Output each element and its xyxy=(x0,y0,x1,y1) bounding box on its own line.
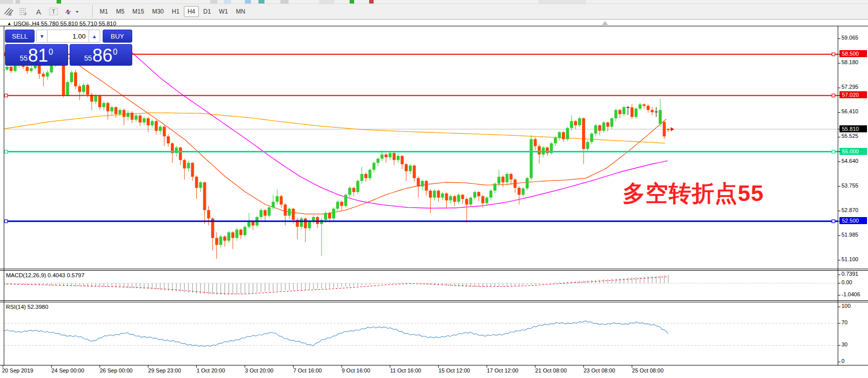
candle-body xyxy=(243,227,246,235)
candle-body xyxy=(667,129,670,130)
candle-body xyxy=(663,122,666,136)
sell-price-pips: 81 xyxy=(28,47,48,64)
ma-slow-line xyxy=(0,113,665,143)
candle-body xyxy=(66,82,69,96)
ohlc-text: USOil-,H4 55.780 55.810 55.710 55.810 xyxy=(14,21,116,27)
time-axis-label[interactable]: 26 Sep 00:00 xyxy=(100,367,132,373)
candle-body xyxy=(147,118,150,125)
time-axis-label[interactable]: 11 Oct 16:00 xyxy=(390,367,421,373)
candle-body xyxy=(46,72,49,76)
candle-body xyxy=(82,85,85,92)
volume-decrease-button[interactable]: ▼ xyxy=(36,30,48,43)
tick-up-icon: ▲ xyxy=(7,21,12,26)
candle-body xyxy=(485,198,488,203)
candle-body xyxy=(279,196,282,205)
candle-body xyxy=(389,153,392,157)
candle-body xyxy=(429,191,432,198)
candle-body xyxy=(521,188,524,195)
sell-price-box[interactable]: 55 81 0 xyxy=(5,44,68,66)
line-handle xyxy=(5,150,8,153)
time-axis-label[interactable]: 20 Sep 2019 xyxy=(2,367,33,373)
time-axis-label[interactable]: 9 Oct 16:00 xyxy=(342,367,370,373)
candle-body xyxy=(417,178,420,186)
candle-body xyxy=(328,213,331,219)
candle-body xyxy=(401,156,404,164)
buy-button[interactable]: BUY xyxy=(103,30,132,43)
line-handle xyxy=(832,220,835,223)
candle-body xyxy=(517,188,520,195)
candle-body xyxy=(118,110,121,114)
time-axis-label[interactable]: 15 Oct 12:00 xyxy=(438,367,470,373)
time-axis-label[interactable]: 17 Oct 12:00 xyxy=(487,367,518,373)
candle-body xyxy=(74,72,77,86)
candle-body xyxy=(607,122,610,126)
candle-body xyxy=(421,181,424,186)
time-axis[interactable]: 20 Sep 201924 Sep 00:0026 Sep 00:0029 Se… xyxy=(0,366,868,376)
buy-price-box[interactable]: 55 86 0 xyxy=(70,44,133,66)
chart-text-annotation[interactable]: 多空转折点55 xyxy=(623,178,764,209)
candle-body xyxy=(183,160,186,168)
trade-controls-row: SELL ▼ ▲ BUY xyxy=(5,30,132,43)
line-handle xyxy=(832,94,835,97)
one-click-trading-panel: SELL ▼ ▲ BUY 55 81 0 55 86 0 xyxy=(5,30,132,66)
candle-body xyxy=(275,196,278,202)
candle-body xyxy=(635,109,638,117)
candle-body xyxy=(352,188,355,192)
candle-body xyxy=(187,163,190,168)
candle-body xyxy=(356,181,359,192)
macd-signal-line xyxy=(3,277,667,294)
candle-body xyxy=(155,121,158,131)
candle-body xyxy=(598,125,601,131)
candle-body xyxy=(425,181,428,191)
candle-body xyxy=(70,72,73,82)
candle-body xyxy=(195,177,198,188)
time-axis-label[interactable]: 7 Oct 16:00 xyxy=(294,367,322,373)
volume-input[interactable] xyxy=(48,30,89,43)
candle-body xyxy=(203,182,206,210)
macd-indicator-label: MACD(12,26,9) 0.4043 0.5797 xyxy=(6,272,85,278)
candle-body xyxy=(102,103,105,107)
candle-body xyxy=(131,113,134,120)
candle-body xyxy=(586,142,589,149)
candle-body xyxy=(594,125,597,134)
time-axis-label[interactable]: 21 Oct 08:00 xyxy=(535,367,567,373)
candle-body xyxy=(570,121,573,128)
candle-body xyxy=(167,136,170,143)
candle-body xyxy=(42,74,45,77)
trading-terminal: { "toolbar": { "drawing_tools": [ {"name… xyxy=(0,0,868,378)
candle-body xyxy=(381,154,384,158)
caret-up-icon: ▲ xyxy=(92,34,97,39)
caret-down-icon: ▼ xyxy=(40,34,45,39)
volume-increase-button[interactable]: ▲ xyxy=(89,30,100,43)
candle-body xyxy=(611,118,614,127)
rsi-indicator-label: RSI(14) 52.3980 xyxy=(6,304,48,310)
candle-body xyxy=(473,192,476,198)
candle-body xyxy=(445,194,448,201)
sell-button[interactable]: SELL xyxy=(5,30,35,43)
candle-body xyxy=(590,134,593,142)
time-axis-label[interactable]: 24 Sep 00:00 xyxy=(52,367,84,373)
time-axis-label[interactable]: 23 Oct 08:00 xyxy=(584,367,615,373)
candle-body xyxy=(562,132,565,139)
candle-body xyxy=(259,210,262,217)
candle-body xyxy=(659,110,662,124)
candle-body xyxy=(267,208,270,216)
line-handle xyxy=(5,94,8,97)
candle-body xyxy=(393,153,396,160)
candle-body xyxy=(631,107,634,117)
candle-body xyxy=(526,178,529,188)
time-axis-label[interactable]: 25 Oct 08:00 xyxy=(632,367,664,373)
candle-body xyxy=(78,86,81,92)
chart-shift-marker-icon[interactable] xyxy=(602,21,608,25)
candle-body xyxy=(123,110,126,117)
time-axis-label[interactable]: 1 Oct 20:00 xyxy=(196,367,225,373)
candle-body xyxy=(578,118,581,125)
candle-body xyxy=(497,177,500,184)
time-axis-label[interactable]: 3 Oct 20:00 xyxy=(245,367,273,373)
candle-body xyxy=(348,188,351,195)
candle-body xyxy=(215,238,218,245)
time-axis-label[interactable]: 29 Sep 23:00 xyxy=(148,367,181,373)
sell-price-handle: 55 xyxy=(20,54,28,62)
candle-body xyxy=(199,182,202,188)
candle-body xyxy=(159,127,162,131)
